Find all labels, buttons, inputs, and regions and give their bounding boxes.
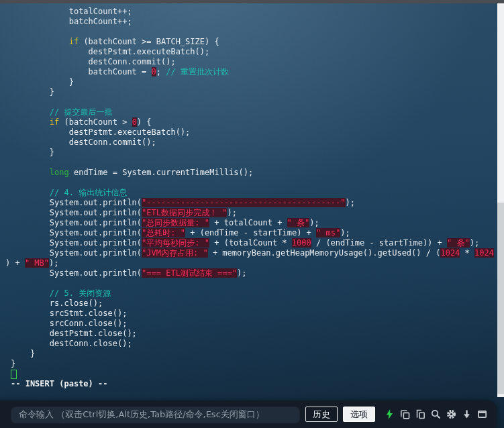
search-icon[interactable]: [428, 407, 444, 422]
code-line: [11, 278, 495, 288]
icon-toolbar: [382, 407, 490, 422]
terminal-window: totalCount++; batchCount++; if (batchCou…: [0, 0, 504, 428]
code-line: [11, 27, 495, 37]
code-line: }: [11, 148, 495, 158]
code-line: srcStmt.close();: [11, 309, 495, 319]
code-line: srcConn.close();: [11, 319, 495, 329]
code-line: }: [11, 359, 495, 369]
command-bar: 历史 选项: [0, 400, 497, 428]
code-line: destPstmt.close();: [11, 329, 495, 339]
window-icon[interactable]: [474, 407, 490, 422]
code-line: System.out.println("总耗时: " + (endTime - …: [11, 228, 495, 238]
window-top-edge: [0, 0, 504, 3]
code-line: destConn.commit();: [11, 138, 495, 148]
code-area: totalCount++; batchCount++; if (batchCou…: [0, 7, 495, 389]
code-line: batchCount = 0; // 重置批次计数: [11, 67, 495, 77]
lightning-icon[interactable]: [382, 407, 397, 422]
code-line: rs.close();: [11, 299, 495, 309]
gear-icon[interactable]: [444, 407, 459, 422]
history-button[interactable]: 历史: [305, 407, 338, 422]
command-input[interactable]: [11, 406, 300, 423]
paste-icon[interactable]: [413, 407, 428, 422]
copy-icon[interactable]: [397, 407, 413, 422]
code-line: System.out.println("=== ETL测试结束 ===");: [11, 268, 495, 278]
code-line: // 提交最后一批: [11, 107, 495, 117]
code-line: destConn.close();: [11, 339, 495, 349]
text-cursor: [11, 370, 17, 379]
code-line: // 4. 输出统计信息: [11, 188, 495, 198]
code-line: System.out.println("总同步数据量: " + totalCou…: [11, 218, 495, 228]
download-icon[interactable]: [459, 407, 474, 422]
code-line: [11, 178, 495, 188]
code-line: [11, 369, 495, 379]
code-line: if (batchCount > 0) {: [11, 117, 495, 127]
code-line: if (batchCount >= BATCH_SIZE) {: [11, 37, 495, 47]
code-line: -- INSERT (paste) --: [11, 379, 495, 389]
code-line: totalCount++;: [11, 7, 495, 17]
code-line: destPstmt.executeBatch();: [11, 127, 495, 138]
code-line: destConn.commit();: [11, 57, 495, 67]
code-line: destPstmt.executeBatch();: [11, 47, 495, 57]
code-line: }: [11, 77, 495, 87]
scrollbar-thumb[interactable]: [497, 203, 504, 394]
code-line: long endTime = System.currentTimeMillis(…: [11, 168, 495, 178]
code-line: System.out.println("--------------------…: [11, 198, 495, 208]
code-line: batchCount++;: [11, 17, 495, 27]
code-line: [11, 158, 495, 168]
options-button[interactable]: 选项: [343, 407, 375, 422]
code-line: // 5. 关闭资源: [11, 288, 495, 299]
code-line: System.out.println("ETL数据同步完成！ ");: [11, 208, 495, 218]
code-line: System.out.println("平均每秒同步: " + (totalCo…: [11, 238, 495, 248]
code-line: [11, 97, 495, 107]
code-line: }: [11, 87, 495, 97]
code-line: ) + " MB");: [5, 258, 495, 268]
code-line: }: [11, 349, 495, 359]
code-line: System.out.println("JVM内存占用: " + memoryB…: [11, 248, 495, 258]
